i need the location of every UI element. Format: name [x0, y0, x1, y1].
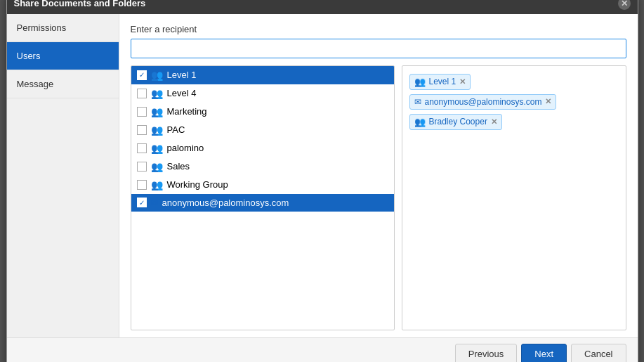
- checkbox-workinggroup[interactable]: [137, 180, 147, 190]
- left-list: ✓ 👥 Level 1 👥 Level 4 👥 Marketing: [131, 65, 395, 330]
- item-label: anonymous@palominosys.com: [162, 198, 289, 208]
- checkbox-marketing[interactable]: [137, 107, 147, 117]
- lists-area: ✓ 👥 Level 1 👥 Level 4 👥 Marketing: [131, 65, 626, 330]
- tag-label: Bradley Cooper: [429, 117, 487, 127]
- main-content: Enter a recipient ✓ 👥 Level 1 👥 Level: [119, 14, 638, 337]
- footer: Previous Next Cancel: [7, 337, 638, 363]
- item-label: Level 4: [167, 88, 197, 98]
- sidebar: Permissions Users Message: [7, 14, 119, 337]
- email-icon: ✉: [414, 97, 421, 107]
- recipient-label: Enter a recipient: [131, 24, 626, 34]
- dialog-titlebar: Share Documents and Folders ✕: [7, 0, 638, 14]
- item-label: Marketing: [167, 106, 207, 117]
- group-icon: 👥: [151, 70, 163, 81]
- list-item[interactable]: 👥 Working Group: [131, 176, 394, 194]
- dialog-body: Permissions Users Message Enter a recipi…: [7, 14, 638, 337]
- group-icon: 👥: [151, 143, 163, 154]
- sidebar-item-label: Message: [17, 79, 54, 89]
- next-button[interactable]: Next: [521, 344, 567, 363]
- sidebar-item-label: Users: [17, 51, 41, 61]
- sidebar-item-users[interactable]: Users: [7, 42, 119, 70]
- list-item[interactable]: 👥 Level 4: [131, 84, 394, 103]
- item-label: PAC: [167, 124, 185, 135]
- checkbox-pac[interactable]: [137, 125, 147, 135]
- email-icon: ✉: [151, 198, 158, 207]
- tag-label: Level 1: [429, 77, 456, 86]
- tag-label: anonymous@palominosys.com: [425, 97, 542, 107]
- sidebar-item-message[interactable]: Message: [7, 70, 119, 98]
- group-icon: 👥: [151, 88, 163, 99]
- item-label: palomino: [167, 143, 204, 153]
- remove-level1-button[interactable]: ✕: [459, 77, 466, 86]
- previous-button[interactable]: Previous: [455, 344, 518, 363]
- tag-level1: 👥 Level 1 ✕: [409, 74, 471, 90]
- remove-bradley-button[interactable]: ✕: [491, 117, 497, 127]
- group-icon: 👥: [151, 106, 163, 117]
- group-icon: 👥: [414, 117, 426, 127]
- item-label: Level 1: [167, 70, 197, 80]
- list-item[interactable]: ✓ ✉ anonymous@palominosys.com: [131, 194, 394, 212]
- remove-anonymous-button[interactable]: ✕: [545, 97, 551, 106]
- cancel-button[interactable]: Cancel: [571, 344, 626, 363]
- group-icon: 👥: [151, 179, 163, 190]
- item-label: Sales: [167, 161, 190, 172]
- right-list: 👥 Level 1 ✕ ✉ anonymous@palominosys.com …: [402, 65, 626, 330]
- dialog-title: Share Documents and Folders: [14, 0, 146, 8]
- checkbox-level1[interactable]: ✓: [137, 70, 147, 80]
- list-item[interactable]: 👥 PAC: [131, 121, 394, 139]
- close-button[interactable]: ✕: [618, 0, 631, 10]
- sidebar-item-label: Permissions: [17, 22, 67, 33]
- sidebar-item-permissions[interactable]: Permissions: [7, 14, 119, 42]
- list-item[interactable]: 👥 palomino: [131, 139, 394, 157]
- tag-bradley: 👥 Bradley Cooper ✕: [409, 114, 502, 130]
- checkbox-sales[interactable]: [137, 162, 147, 172]
- group-icon: 👥: [151, 124, 163, 136]
- share-dialog: Share Documents and Folders ✕ Permission…: [6, 0, 638, 362]
- item-label: Working Group: [167, 179, 228, 190]
- group-icon: 👥: [151, 161, 163, 172]
- list-item[interactable]: ✓ 👥 Level 1: [131, 66, 394, 84]
- checkbox-palomino[interactable]: [137, 143, 147, 153]
- recipient-input[interactable]: [131, 39, 626, 58]
- checkbox-anonymous[interactable]: ✓: [137, 198, 147, 207]
- checkbox-level4[interactable]: [137, 89, 147, 98]
- group-icon: 👥: [414, 77, 426, 87]
- tag-anonymous: ✉ anonymous@palominosys.com ✕: [409, 94, 557, 110]
- list-item[interactable]: 👥 Sales: [131, 157, 394, 176]
- list-item[interactable]: 👥 Marketing: [131, 103, 394, 121]
